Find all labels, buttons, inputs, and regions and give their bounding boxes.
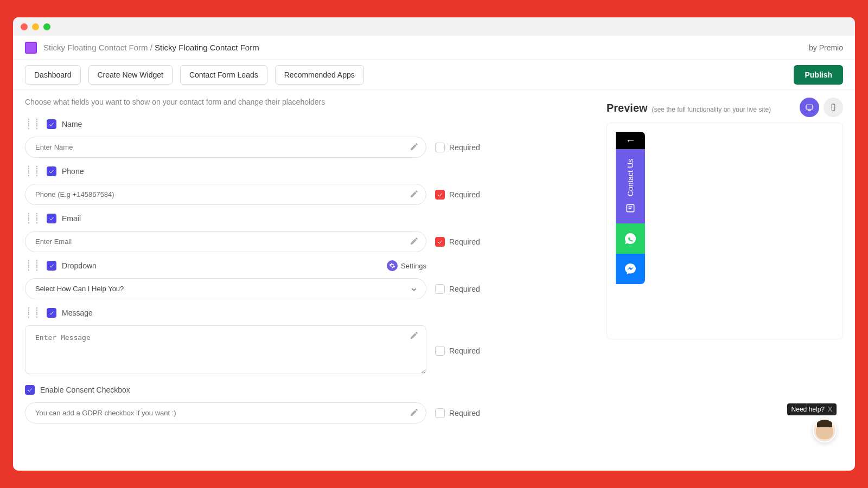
name-label: Name [62, 120, 82, 129]
email-required: Required [435, 237, 480, 247]
help-avatar-button[interactable] [813, 419, 837, 442]
recommended-apps-tab[interactable]: Recommended Apps [275, 65, 364, 85]
phone-required-checkbox[interactable] [435, 190, 445, 200]
field-block-message: ⋮⋮⋮⋮ Message Required [25, 305, 583, 376]
consent-placeholder-input[interactable] [25, 402, 426, 423]
contact-leads-tab[interactable]: Contact Form Leads [180, 65, 267, 85]
window-close-dot[interactable] [21, 23, 28, 30]
widget-contact-button[interactable]: Contact Us [616, 149, 645, 223]
consent-required-checkbox[interactable] [435, 408, 445, 418]
help-tooltip: Need help? X [787, 403, 837, 415]
svg-rect-0 [806, 105, 813, 109]
window-zoom-dot[interactable] [43, 23, 50, 30]
create-widget-tab[interactable]: Create New Widget [88, 65, 173, 85]
preview-frame: ← Contact Us [607, 123, 843, 339]
field-block-phone: ⋮⋮⋮⋮ Phone Required [25, 163, 583, 205]
field-block-dropdown: ⋮⋮⋮⋮ Dropdown Settings Select How Can I … [25, 258, 583, 299]
message-required: Required [435, 346, 480, 356]
form-icon [625, 203, 636, 214]
name-required-checkbox[interactable] [435, 143, 445, 152]
publish-button[interactable]: Publish [794, 65, 843, 85]
edit-icon[interactable] [410, 236, 419, 248]
edit-icon[interactable] [410, 408, 419, 419]
field-block-email: ⋮⋮⋮⋮ Email Required [25, 210, 583, 252]
help-widget: Need help? X [787, 403, 837, 442]
widget-messenger-button[interactable] [616, 254, 645, 284]
drag-handle-icon[interactable]: ⋮⋮⋮⋮ [25, 167, 41, 175]
enable-consent-checkbox[interactable] [25, 385, 35, 395]
breadcrumb-bar: Sticky Floating Contact Form / Sticky Fl… [13, 36, 855, 60]
edit-icon[interactable] [410, 189, 419, 201]
breadcrumb-parent[interactable]: Sticky Floating Contact Form [43, 43, 148, 52]
form-builder: Choose what fields you want to show on y… [13, 90, 595, 471]
name-required: Required [435, 143, 480, 152]
window-minimize-dot[interactable] [32, 23, 39, 30]
instruction-text: Choose what fields you want to show on y… [25, 98, 583, 106]
enable-message-checkbox[interactable] [47, 308, 56, 318]
email-label: Email [62, 214, 81, 223]
widget-whatsapp-button[interactable] [616, 223, 645, 254]
breadcrumb-current: Sticky Floating Contact Form [155, 43, 259, 52]
message-label: Message [62, 309, 93, 317]
email-placeholder-input[interactable] [25, 231, 426, 252]
gear-icon [387, 260, 398, 271]
svg-rect-2 [832, 104, 834, 111]
consent-required: Required [435, 408, 480, 418]
widget-back-button[interactable]: ← [616, 132, 645, 149]
message-placeholder-input[interactable] [25, 325, 426, 374]
messenger-icon [624, 262, 637, 275]
dashboard-tab[interactable]: Dashboard [25, 65, 81, 85]
chevron-down-icon [410, 286, 418, 296]
edit-icon[interactable] [410, 142, 419, 153]
preview-title: Preview [607, 102, 648, 114]
phone-required: Required [435, 190, 480, 200]
edit-icon[interactable] [410, 331, 419, 342]
drag-handle-icon[interactable]: ⋮⋮⋮⋮ [25, 214, 41, 222]
dropdown-settings-button[interactable]: Settings [387, 260, 426, 271]
enable-dropdown-checkbox[interactable] [47, 261, 56, 271]
name-placeholder-input[interactable] [25, 137, 426, 158]
brand-label: by Premio [809, 43, 843, 52]
dropdown-required: Required [435, 284, 480, 294]
help-close-button[interactable]: X [828, 406, 832, 413]
app-logo-icon [25, 42, 37, 54]
drag-handle-icon[interactable]: ⋮⋮⋮⋮ [25, 120, 41, 128]
phone-label: Phone [62, 167, 84, 176]
dropdown-required-checkbox[interactable] [435, 284, 445, 294]
enable-name-checkbox[interactable] [47, 119, 56, 129]
whatsapp-icon [624, 232, 637, 245]
breadcrumb: Sticky Floating Contact Form / Sticky Fl… [43, 43, 259, 52]
email-required-checkbox[interactable] [435, 237, 445, 247]
desktop-preview-button[interactable] [800, 98, 819, 117]
drag-handle-icon[interactable]: ⋮⋮⋮⋮ [25, 309, 41, 317]
enable-phone-checkbox[interactable] [47, 166, 56, 176]
phone-placeholder-input[interactable] [25, 184, 426, 205]
dropdown-label: Dropdown [62, 261, 97, 270]
enable-email-checkbox[interactable] [47, 214, 56, 223]
preview-widget: ← Contact Us [616, 132, 645, 284]
drag-handle-icon[interactable]: ⋮⋮⋮⋮ [25, 261, 41, 269]
titlebar [13, 17, 855, 36]
dropdown-placeholder-select[interactable]: Select How Can I Help You? [25, 278, 426, 299]
app-window: Sticky Floating Contact Form / Sticky Fl… [13, 17, 855, 471]
nav-bar: Dashboard Create New Widget Contact Form… [13, 60, 855, 90]
content-area: Choose what fields you want to show on y… [13, 90, 855, 471]
mobile-preview-button[interactable] [824, 98, 843, 117]
consent-label: Enable Consent Checkbox [40, 386, 130, 394]
field-block-name: ⋮⋮⋮⋮ Name Required [25, 116, 583, 158]
preview-subtitle: (see the full functionality on your live… [652, 106, 771, 113]
message-required-checkbox[interactable] [435, 346, 445, 356]
field-block-consent: Enable Consent Checkbox Required [25, 382, 583, 423]
